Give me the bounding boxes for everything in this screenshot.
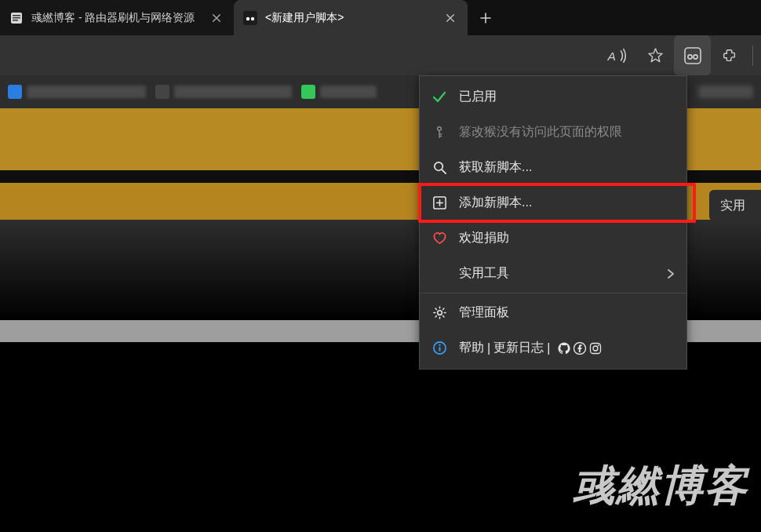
heart-icon — [431, 230, 448, 247]
page-right-button-fragment[interactable]: 实用 — [709, 190, 761, 221]
menu-label: 已启用 — [459, 89, 675, 105]
search-icon — [431, 159, 448, 177]
svg-point-20 — [593, 346, 598, 351]
new-tab-button[interactable] — [468, 0, 504, 36]
tab-title: <新建用户脚本> — [265, 11, 436, 25]
menu-label: 添加新脚本... — [459, 195, 675, 211]
facebook-icon[interactable] — [573, 342, 586, 355]
menu-external-links — [558, 342, 602, 355]
menu-enabled[interactable]: 已启用 — [420, 79, 686, 115]
svg-point-9 — [687, 54, 691, 58]
watermark-text: 彧繎博客 — [573, 457, 748, 515]
bookmark-icon — [301, 85, 315, 99]
bookmark-item[interactable] — [155, 85, 292, 99]
favicon-site — [9, 11, 24, 25]
bookmark-label-blurred — [27, 86, 146, 98]
svg-point-6 — [251, 16, 254, 20]
svg-rect-3 — [13, 20, 18, 21]
read-aloud-button[interactable]: A — [600, 35, 637, 75]
menu-separator-text: | — [487, 341, 490, 355]
menu-label: 欢迎捐助 — [459, 230, 675, 246]
svg-point-21 — [598, 344, 599, 346]
bookmark-label-blurred — [174, 86, 292, 98]
bookmark-icon — [8, 85, 22, 99]
check-icon — [431, 89, 448, 106]
instagram-icon[interactable] — [589, 342, 602, 355]
svg-rect-17 — [439, 347, 440, 352]
info-icon — [431, 340, 448, 357]
menu-changelog-text: 更新日志 — [493, 340, 544, 356]
menu-no-access: 篡改猴没有访问此页面的权限 — [420, 115, 686, 150]
svg-point-10 — [693, 54, 697, 58]
browser-toolbar: A — [0, 35, 761, 75]
tampermonkey-menu: 已启用 篡改猴没有访问此页面的权限 获取新脚本... 添加新脚本... 欢迎捐助… — [419, 75, 687, 370]
menu-label: 实用工具 — [459, 265, 666, 282]
svg-point-16 — [439, 344, 440, 346]
plus-box-icon — [431, 195, 448, 212]
svg-point-5 — [246, 16, 249, 20]
tab-strip: 彧繎博客 - 路由器刷机与网络资源 <新建用户脚本> — [0, 0, 761, 35]
bookmark-item[interactable] — [301, 85, 377, 99]
tampermonkey-extension-button[interactable] — [674, 35, 711, 75]
bookmark-label-blurred — [320, 86, 377, 98]
menu-label: 获取新脚本... — [459, 159, 675, 176]
menu-label: 管理面板 — [459, 304, 675, 321]
bookmark-item[interactable] — [698, 86, 753, 98]
svg-text:A: A — [607, 49, 616, 62]
tab-close-icon[interactable] — [444, 12, 457, 24]
blank-icon — [431, 265, 448, 282]
svg-rect-2 — [13, 17, 20, 19]
info-key-icon — [431, 124, 448, 141]
menu-help-label: 帮助 | 更新日志 | — [459, 340, 675, 356]
menu-help-text: 帮助 — [459, 340, 484, 356]
favicon-tampermonkey — [243, 11, 257, 25]
extensions-button[interactable] — [711, 35, 748, 75]
page-right-button-label: 实用 — [720, 198, 745, 214]
menu-get-scripts[interactable]: 获取新脚本... — [420, 150, 686, 185]
svg-rect-19 — [591, 343, 601, 353]
menu-separator — [420, 293, 686, 293]
menu-donate[interactable]: 欢迎捐助 — [420, 220, 686, 256]
github-icon[interactable] — [558, 342, 570, 355]
bookmark-icon — [155, 85, 169, 99]
svg-rect-1 — [13, 15, 20, 16]
menu-utilities[interactable]: 实用工具 — [420, 256, 686, 291]
tab-active[interactable]: <新建用户脚本> — [234, 0, 468, 35]
chevron-right-icon — [666, 269, 675, 279]
bookmark-item[interactable] — [8, 85, 146, 99]
menu-separator-text: | — [547, 341, 550, 355]
svg-point-14 — [437, 311, 442, 315]
menu-add-script[interactable]: 添加新脚本... — [420, 185, 686, 220]
bookmark-label-blurred — [698, 86, 753, 98]
tab-title: 彧繎博客 - 路由器刷机与网络资源 — [31, 11, 202, 25]
svg-rect-4 — [243, 11, 257, 25]
toolbar-separator — [752, 46, 753, 66]
svg-point-12 — [434, 162, 442, 170]
tab-inactive[interactable]: 彧繎博客 - 路由器刷机与网络资源 — [0, 0, 234, 35]
svg-rect-8 — [685, 48, 701, 64]
menu-dashboard[interactable]: 管理面板 — [420, 295, 686, 330]
menu-help[interactable]: 帮助 | 更新日志 | — [420, 330, 686, 366]
favorite-button[interactable] — [637, 35, 674, 75]
gear-icon — [431, 304, 448, 322]
menu-label: 篡改猴没有访问此页面的权限 — [459, 124, 675, 140]
tab-close-icon[interactable] — [210, 12, 223, 24]
